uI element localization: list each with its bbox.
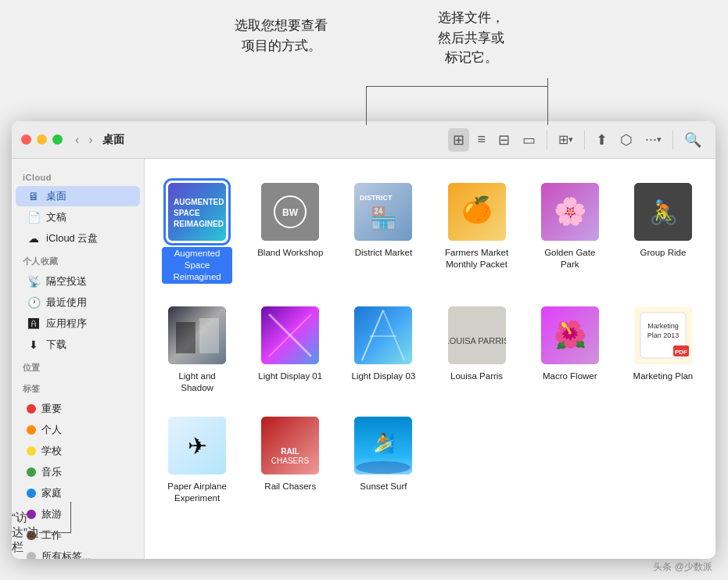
more-button[interactable]: ···▾ (640, 128, 666, 151)
search-button[interactable]: 🔍 (680, 128, 706, 152)
file-label-group: Group Ride (640, 247, 687, 259)
callout-left: 选取您想要查看 项目的方式。 (235, 16, 328, 55)
svg-text:BW: BW (282, 207, 299, 218)
sidebar-item-tag-travel[interactable]: 旅游 (16, 504, 140, 525)
sidebar-label-airdrop: 隔空投送 (46, 274, 87, 288)
file-item-light-shadow[interactable]: Light and Shadow (152, 298, 242, 400)
sidebar-item-tag-work[interactable]: 工作 (16, 525, 140, 546)
share-button[interactable]: ⬆ (591, 128, 612, 152)
sidebar-item-tag-school[interactable]: 学校 (16, 441, 140, 461)
file-item-paper[interactable]: ✈ Paper Airplane Experiment (152, 408, 242, 510)
svg-text:LOUISA PARRIS: LOUISA PARRIS (448, 336, 506, 345)
file-thumb-golden: 🌸 (541, 183, 599, 241)
svg-text:Plan 2013: Plan 2013 (647, 331, 680, 339)
close-button[interactable] (21, 134, 31, 145)
sidebar-item-documents[interactable]: 📄 文稿 (16, 207, 140, 227)
file-item-sunset[interactable]: 🏄 Sunset Surf (339, 408, 428, 510)
file-icon-wrap-district: DISTRICT 🏪 (352, 181, 414, 243)
group-button[interactable]: ⊞▾ (554, 129, 578, 150)
sidebar-label-tag-music: 音乐 (41, 465, 62, 479)
maximize-button[interactable] (52, 134, 63, 145)
sidebar-label-tag-personal: 个人 (41, 423, 62, 437)
file-icon-wrap-macro: 🌺 (539, 304, 601, 367)
file-item-light03[interactable]: Light Display 03 (339, 298, 428, 400)
file-thumb-marketing: Marketing Plan 2013 PDF (634, 306, 692, 364)
file-icon-wrap-louisa: LOUISA PARRIS (446, 304, 508, 367)
file-icon-wrap-augmented: AUGMENTED SPACE REIMAGINED (166, 181, 228, 243)
forward-button[interactable]: › (85, 131, 95, 149)
svg-text:SPACE: SPACE (174, 209, 200, 217)
sidebar-item-tag-personal[interactable]: 个人 (16, 420, 140, 440)
file-label-bland: Bland Workshop (257, 247, 323, 259)
file-label-farmers: Farmers Market Monthly Packet (442, 247, 512, 270)
file-item-macro[interactable]: 🌺 Macro Flower (525, 298, 615, 400)
sidebar-label-icloud: iCloud 云盘 (46, 231, 98, 245)
sidebar-section-favorites: 个人收藏 (12, 249, 144, 270)
titlebar: ‹ › 桌面 ⊞ ≡ ⊟ ▭ ⊞▾ ⬆ ⬡ ···▾ 🔍 (12, 121, 715, 159)
file-label-louisa: Louisa Parris (450, 371, 503, 382)
file-item-golden[interactable]: 🌸 Golden Gate Park (525, 174, 615, 290)
file-label-paper: Paper Airplane Experiment (162, 481, 232, 504)
file-icon-wrap-bland: BW (259, 181, 321, 243)
sidebar-item-recent[interactable]: 🕐 最近使用 (16, 292, 140, 313)
view-column-button[interactable]: ⊟ (493, 128, 515, 152)
separator1 (547, 131, 547, 149)
callout-line-left (366, 86, 367, 125)
sidebar-item-tag-family[interactable]: 家庭 (16, 483, 140, 503)
recent-icon: 🕐 (27, 296, 41, 309)
back-button[interactable]: ‹ (72, 131, 82, 149)
sidebar: iCloud 🖥 桌面 📄 文稿 ☁ iCloud 云盘 个人收藏 📡 隔空投送… (12, 159, 145, 559)
tag-button[interactable]: ⬡ (615, 128, 637, 152)
sidebar-item-downloads[interactable]: ⬇ 下载 (16, 335, 140, 355)
path-label: 桌面 (102, 133, 124, 147)
file-item-marketing[interactable]: Marketing Plan 2013 PDF Marketing Plan (619, 298, 708, 400)
file-item-district[interactable]: DISTRICT 🏪 District Market (339, 174, 428, 290)
airdrop-icon: 📡 (27, 275, 41, 288)
svg-text:🏄: 🏄 (371, 431, 395, 454)
view-list-button[interactable]: ≡ (472, 128, 490, 151)
file-item-light01[interactable]: Light Display 01 (246, 298, 335, 400)
sidebar-label-recent: 最近使用 (46, 295, 87, 310)
view-gallery-button[interactable]: ▭ (518, 128, 540, 152)
sidebar-label-applications: 应用程序 (46, 317, 87, 331)
file-label-light01: Light Display 01 (258, 371, 322, 382)
tag-dot-work (27, 531, 36, 540)
file-item-group[interactable]: 🚴 Group Ride (619, 174, 708, 290)
traffic-lights (21, 134, 63, 145)
file-item-augmented[interactable]: AUGMENTED SPACE REIMAGINED Augmented Spa… (152, 174, 242, 290)
main-content: iCloud 🖥 桌面 📄 文稿 ☁ iCloud 云盘 个人收藏 📡 隔空投送… (12, 159, 715, 559)
sidebar-item-icloud-drive[interactable]: ☁ iCloud 云盘 (16, 228, 140, 249)
svg-rect-18 (199, 318, 219, 353)
file-item-rail[interactable]: RAIL CHASERS Rail Chasers (246, 408, 335, 510)
sidebar-label-tag-all: 所有标签... (41, 550, 91, 559)
view-icon-button[interactable]: ⊞ (448, 128, 469, 152)
svg-text:REIMAGINED: REIMAGINED (174, 220, 224, 228)
file-label-golden: Golden Gate Park (535, 247, 605, 270)
file-item-bland[interactable]: BW Bland Workshop (246, 174, 335, 290)
file-icon-wrap-light03 (352, 304, 414, 367)
file-label-augmented: Augmented Space Reimagined (162, 247, 232, 284)
file-grid: AUGMENTED SPACE REIMAGINED Augmented Spa… (152, 174, 708, 510)
minimize-button[interactable] (37, 134, 47, 145)
file-icon-wrap-rail: RAIL CHASERS (259, 414, 321, 477)
file-thumb-rail: RAIL CHASERS (261, 417, 319, 474)
sidebar-item-tag-music[interactable]: 音乐 (16, 462, 140, 482)
file-item-louisa[interactable]: LOUISA PARRIS Louisa Parris (432, 298, 521, 400)
sidebar-label-tag-family: 家庭 (41, 486, 62, 500)
tag-dot-all (27, 552, 36, 559)
file-icon-wrap-golden: 🌸 (539, 181, 601, 243)
sidebar-item-tag-all[interactable]: 所有标签... (16, 546, 140, 559)
sidebar-item-airdrop[interactable]: 📡 隔空投送 (16, 271, 140, 292)
svg-text:🌺: 🌺 (554, 319, 587, 351)
file-item-farmers[interactable]: 🍊 Farmers Market Monthly Packet (432, 174, 521, 290)
sidebar-item-tag-important[interactable]: 重要 (16, 399, 140, 419)
sidebar-label-documents: 文稿 (46, 210, 66, 224)
sidebar-item-applications[interactable]: 🅰 应用程序 (16, 313, 140, 334)
sidebar-label-tag-work: 工作 (41, 528, 62, 542)
sidebar-section-tags: 标签 (12, 377, 144, 398)
sidebar-item-desktop[interactable]: 🖥 桌面 (16, 186, 140, 206)
tag-dot-school (27, 446, 36, 456)
file-label-rail: Rail Chasers (264, 481, 316, 492)
sidebar-section-icloud: iCloud (12, 166, 144, 185)
svg-rect-17 (176, 322, 195, 353)
